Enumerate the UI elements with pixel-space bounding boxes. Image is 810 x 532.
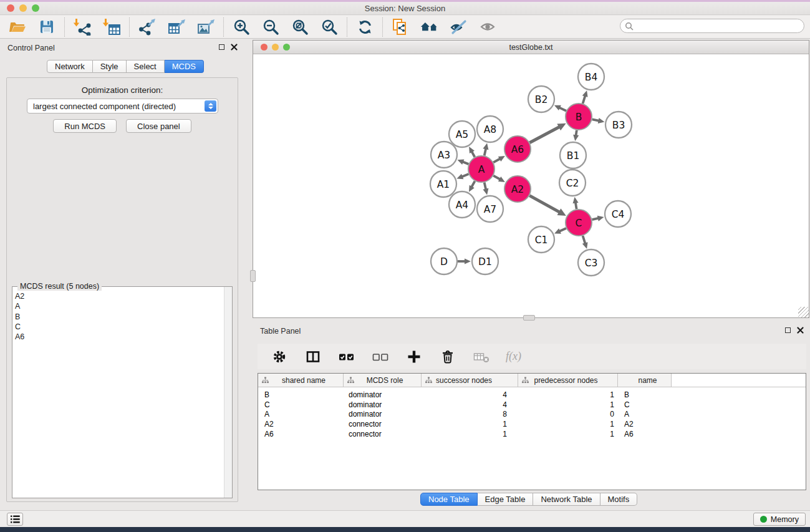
deselect-all-icon[interactable] <box>371 348 390 365</box>
column-header-predecessor-nodes[interactable]: predecessor nodes <box>518 374 618 387</box>
graph-node-B4[interactable]: B4 <box>578 64 604 90</box>
graph-edge-arrowhead <box>483 143 488 150</box>
column-header-name[interactable]: name <box>618 374 672 387</box>
zoom-selected-icon[interactable] <box>320 18 339 36</box>
graph-node-A1[interactable]: A1 <box>430 171 456 197</box>
import-table-icon[interactable] <box>102 18 121 36</box>
first-neighbors-icon[interactable] <box>420 18 439 36</box>
export-image-icon[interactable] <box>196 18 215 36</box>
control-panel-title: Control Panel <box>7 44 55 52</box>
svg-text:C3: C3 <box>585 258 598 269</box>
table-settings-icon[interactable] <box>270 348 289 365</box>
apply-function-icon[interactable]: f(x) <box>506 350 521 363</box>
graph-node-A2[interactable]: A2 <box>504 176 531 202</box>
tab-style[interactable]: Style <box>93 60 127 73</box>
result-item[interactable]: B <box>15 312 224 322</box>
close-panel-icon[interactable] <box>231 44 238 51</box>
select-spinner-icon <box>205 100 216 112</box>
graph-node-C4[interactable]: C4 <box>605 201 631 227</box>
graph-node-A5[interactable]: A5 <box>449 121 475 147</box>
tab-motifs[interactable]: Motifs <box>600 493 638 506</box>
memory-button[interactable]: Memory <box>753 513 806 526</box>
tab-edge-table[interactable]: Edge Table <box>478 493 534 506</box>
select-all-icon[interactable] <box>337 348 356 365</box>
table-row[interactable]: Bdominator41B <box>258 390 806 400</box>
float-panel-icon[interactable] <box>219 44 224 50</box>
graph-node-B[interactable]: B <box>566 104 592 130</box>
graph-node-A6[interactable]: A6 <box>504 136 531 162</box>
graph-edge-A6-B[interactable] <box>529 127 560 143</box>
network-window-titlebar[interactable]: testGlobe.txt <box>253 41 809 54</box>
network-canvas[interactable]: B4B2BB3A5A8A6B1A3AC2A1A2A4A7C4CC1C3DD1 <box>253 55 809 317</box>
graph-node-C2[interactable]: C2 <box>559 170 586 196</box>
table-row[interactable]: Adominator80A <box>258 410 806 420</box>
svg-text:A4: A4 <box>456 200 468 211</box>
svg-text:A5: A5 <box>456 129 468 140</box>
titlebar: Session: New Session <box>0 2 810 15</box>
export-table-icon[interactable] <box>167 18 186 36</box>
status-bar: Memory <box>0 510 810 527</box>
hide-selected-icon[interactable] <box>450 18 468 36</box>
graph-node-B3[interactable]: B3 <box>605 112 632 138</box>
tab-network[interactable]: Network <box>47 60 93 73</box>
delete-table-icon[interactable] <box>472 348 491 365</box>
graph-node-D[interactable]: D <box>431 248 457 274</box>
export-network-icon[interactable] <box>138 18 157 36</box>
search-box[interactable] <box>620 19 804 33</box>
resize-grip-icon[interactable] <box>798 307 809 317</box>
graph-node-B2[interactable]: B2 <box>528 86 554 112</box>
left-divider-grip[interactable] <box>250 270 256 282</box>
tab-network-table[interactable]: Network Table <box>533 493 600 506</box>
refresh-icon[interactable] <box>355 18 374 36</box>
graph-edge-B-B4[interactable] <box>583 95 586 104</box>
table-row[interactable]: Cdominator41C <box>258 400 806 410</box>
bottom-divider-grip[interactable] <box>523 315 535 321</box>
graph-node-C1[interactable]: C1 <box>528 226 554 253</box>
table-row[interactable]: A2connector11A2 <box>258 419 806 429</box>
new-network-from-selection-icon[interactable] <box>391 18 410 36</box>
graph-node-B1[interactable]: B1 <box>560 142 586 168</box>
zoom-fit-icon[interactable] <box>291 18 309 36</box>
tab-mcds[interactable]: MCDS <box>165 60 204 73</box>
import-network-icon[interactable] <box>73 18 92 36</box>
add-column-icon[interactable] <box>405 348 423 365</box>
graph-node-D1[interactable]: D1 <box>472 248 498 274</box>
graph-edge-A2-C[interactable] <box>529 196 560 213</box>
graph-edge-C-C3[interactable] <box>583 236 586 244</box>
delete-column-icon[interactable] <box>438 348 457 365</box>
run-mcds-button[interactable]: Run MCDS <box>53 119 117 133</box>
graph-node-A7[interactable]: A7 <box>477 196 503 222</box>
zoom-in-icon[interactable] <box>232 18 251 36</box>
result-item[interactable]: A6 <box>15 332 224 342</box>
open-session-icon[interactable] <box>8 18 27 36</box>
zoom-out-icon[interactable] <box>261 18 280 36</box>
result-scrollbar[interactable] <box>224 287 232 498</box>
graph-node-C3[interactable]: C3 <box>578 249 604 276</box>
column-header-shared-name[interactable]: shared name <box>258 374 344 387</box>
tab-select[interactable]: Select <box>127 60 165 73</box>
graph-node-A3[interactable]: A3 <box>431 142 457 168</box>
close-panel-button[interactable]: Close panel <box>126 119 191 133</box>
table-row[interactable]: A6connector11A6 <box>258 429 806 439</box>
search-input[interactable] <box>634 21 804 32</box>
show-all-icon[interactable] <box>479 18 498 36</box>
graph-node-A4[interactable]: A4 <box>449 191 475 218</box>
column-header-successor-nodes[interactable]: successor nodes <box>422 374 518 387</box>
column-header-mcds-role[interactable]: MCDS role <box>344 374 422 387</box>
graph-node-A[interactable]: A <box>468 156 494 182</box>
svg-text:B2: B2 <box>535 94 548 105</box>
toggle-panes-icon[interactable] <box>304 348 322 365</box>
result-item[interactable]: A2 <box>15 291 224 301</box>
graph-node-A8[interactable]: A8 <box>477 116 503 142</box>
result-item[interactable]: C <box>15 322 224 332</box>
table-cell: B <box>618 390 672 399</box>
tab-node-table[interactable]: Node Table <box>420 493 478 506</box>
result-item[interactable]: A <box>15 301 224 311</box>
criterion-select[interactable]: largest connected component (directed) <box>27 99 218 114</box>
task-history-button[interactable] <box>7 513 23 526</box>
graph-node-C[interactable]: C <box>566 210 592 236</box>
save-session-icon[interactable] <box>37 18 56 36</box>
table-float-panel-icon[interactable] <box>785 327 791 333</box>
table-close-panel-icon[interactable] <box>797 327 804 334</box>
table-cell: C <box>258 400 344 409</box>
